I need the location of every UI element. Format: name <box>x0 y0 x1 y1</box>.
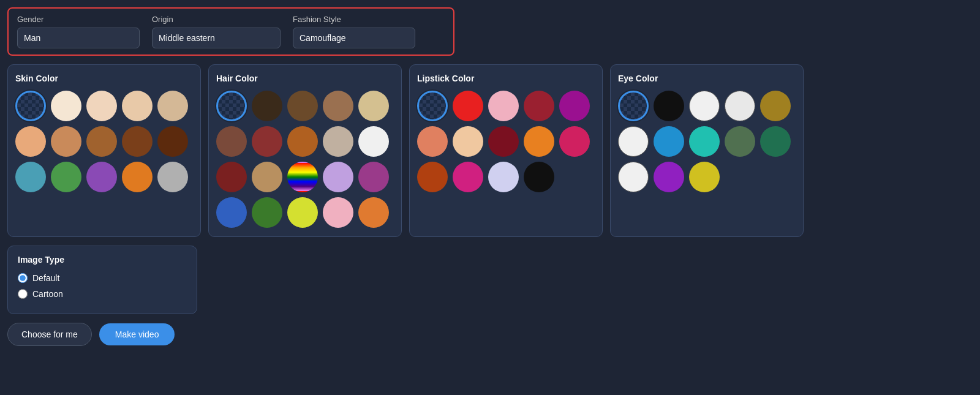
lip-swatch-8[interactable] <box>524 126 554 157</box>
skin-swatch-2[interactable] <box>86 91 117 121</box>
hair-swatch-7[interactable] <box>287 126 318 157</box>
lip-swatch-0[interactable] <box>417 91 448 121</box>
hair-swatch-3[interactable] <box>323 91 353 121</box>
hair-color-grid <box>216 91 394 228</box>
eye-swatch-1[interactable] <box>654 91 684 121</box>
eye-swatch-11[interactable] <box>654 162 684 192</box>
gender-select[interactable]: Man Woman <box>17 28 140 48</box>
gender-filter-group: Gender Man Woman <box>17 15 140 48</box>
fashion-select[interactable]: Camouflage Casual Formal Sport Street <box>293 28 415 48</box>
origin-label: Origin <box>152 15 281 24</box>
eye-color-grid <box>618 91 796 192</box>
skin-swatch-0[interactable] <box>15 91 46 121</box>
fashion-label: Fashion Style <box>293 15 415 24</box>
eye-swatch-12[interactable] <box>689 162 720 192</box>
eye-color-panel: Eye Color <box>610 64 804 237</box>
eye-swatch-4[interactable] <box>760 91 791 121</box>
bottom-buttons: Choose for me Make video <box>7 323 973 346</box>
lip-swatch-13[interactable] <box>524 162 554 192</box>
lip-swatch-6[interactable] <box>453 126 483 157</box>
lip-swatch-7[interactable] <box>488 126 519 157</box>
eye-swatch-8[interactable] <box>725 126 755 157</box>
eye-swatch-3[interactable] <box>725 91 755 121</box>
hair-swatch-15[interactable] <box>216 197 247 228</box>
lip-swatch-5[interactable] <box>417 126 448 157</box>
lip-swatch-2[interactable] <box>488 91 519 121</box>
hair-swatch-2[interactable] <box>287 91 318 121</box>
lip-swatch-11[interactable] <box>453 162 483 192</box>
skin-swatch-13[interactable] <box>122 162 153 192</box>
image-type-cartoon-option[interactable]: Cartoon <box>18 289 187 299</box>
lip-swatch-3[interactable] <box>524 91 554 121</box>
eye-swatch-9[interactable] <box>760 126 791 157</box>
lipstick-color-panel: Lipstick Color <box>409 64 603 237</box>
skin-swatch-10[interactable] <box>15 162 46 192</box>
skin-swatch-3[interactable] <box>122 91 153 121</box>
image-type-panel: Image Type Default Cartoon <box>7 246 197 314</box>
fashion-filter-group: Fashion Style Camouflage Casual Formal S… <box>293 15 415 48</box>
hair-swatch-8[interactable] <box>323 126 353 157</box>
hair-swatch-6[interactable] <box>252 126 282 157</box>
skin-swatch-12[interactable] <box>86 162 117 192</box>
lip-swatch-1[interactable] <box>453 91 483 121</box>
hair-swatch-4[interactable] <box>358 91 389 121</box>
skin-swatch-1[interactable] <box>51 91 81 121</box>
skin-swatch-6[interactable] <box>51 126 81 157</box>
gender-label: Gender <box>17 15 140 24</box>
skin-swatch-11[interactable] <box>51 162 81 192</box>
lip-swatch-12[interactable] <box>488 162 519 192</box>
lip-swatch-10[interactable] <box>417 162 448 192</box>
skin-color-panel: Skin Color <box>7 64 201 237</box>
choose-for-me-button[interactable]: Choose for me <box>7 323 92 346</box>
image-type-cartoon-radio[interactable] <box>18 289 28 299</box>
origin-select[interactable]: Middle eastern European Asian African La… <box>152 28 281 48</box>
hair-swatch-rainbow[interactable] <box>287 162 318 192</box>
skin-swatch-14[interactable] <box>157 162 188 192</box>
eye-swatch-5[interactable] <box>618 126 649 157</box>
eye-color-title: Eye Color <box>618 73 796 83</box>
skin-color-grid <box>15 91 193 192</box>
lip-swatch-4[interactable] <box>559 91 590 121</box>
skin-swatch-9[interactable] <box>157 126 188 157</box>
image-type-default-label: Default <box>32 273 59 283</box>
hair-swatch-14[interactable] <box>358 162 389 192</box>
image-type-default-option[interactable]: Default <box>18 273 187 283</box>
lip-swatch-9[interactable] <box>559 126 590 157</box>
hair-swatch-5[interactable] <box>216 126 247 157</box>
hair-swatch-16[interactable] <box>252 197 282 228</box>
lipstick-color-title: Lipstick Color <box>417 73 595 83</box>
lipstick-color-grid <box>417 91 595 192</box>
skin-swatch-8[interactable] <box>122 126 153 157</box>
image-type-title: Image Type <box>18 255 187 265</box>
eye-swatch-10[interactable] <box>618 162 649 192</box>
origin-filter-group: Origin Middle eastern European Asian Afr… <box>152 15 281 48</box>
eye-swatch-6[interactable] <box>654 126 684 157</box>
hair-color-panel: Hair Color <box>208 64 402 237</box>
eye-swatch-7[interactable] <box>689 126 720 157</box>
skin-swatch-7[interactable] <box>86 126 117 157</box>
hair-color-title: Hair Color <box>216 73 394 83</box>
color-panels-row: Skin Color Hair Color <box>7 64 973 237</box>
hair-swatch-13[interactable] <box>323 162 353 192</box>
hair-swatch-9[interactable] <box>358 126 389 157</box>
eye-swatch-2[interactable] <box>689 91 720 121</box>
hair-swatch-11[interactable] <box>252 162 282 192</box>
hair-swatch-18[interactable] <box>323 197 353 228</box>
skin-swatch-4[interactable] <box>157 91 188 121</box>
image-type-cartoon-label: Cartoon <box>32 289 63 299</box>
hair-swatch-17[interactable] <box>287 197 318 228</box>
hair-swatch-19[interactable] <box>358 197 389 228</box>
make-video-button[interactable]: Make video <box>99 323 175 345</box>
hair-swatch-0[interactable] <box>216 91 247 121</box>
eye-swatch-0[interactable] <box>618 91 649 121</box>
image-type-default-radio[interactable] <box>18 273 28 283</box>
hair-swatch-1[interactable] <box>252 91 282 121</box>
skin-swatch-5[interactable] <box>15 126 46 157</box>
hair-swatch-10[interactable] <box>216 162 247 192</box>
filter-bar: Gender Man Woman Origin Middle eastern E… <box>7 7 454 56</box>
skin-color-title: Skin Color <box>15 73 193 83</box>
